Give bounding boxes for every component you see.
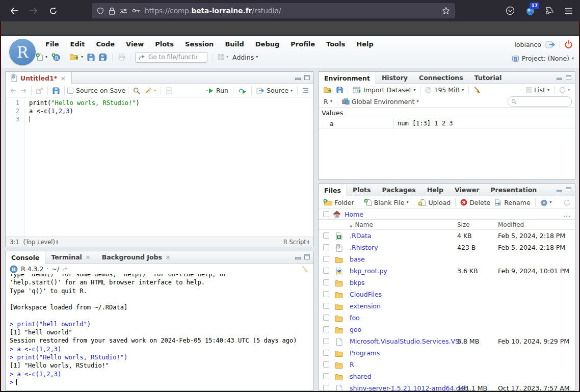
scope-selector[interactable]: (Top Level) [23, 239, 59, 246]
column-header-size[interactable]: Size [457, 221, 470, 228]
menu-help[interactable]: Help [351, 39, 379, 49]
file-type-selector[interactable]: R Script [283, 239, 309, 246]
menu-view[interactable]: View [120, 39, 149, 49]
files-tab-help[interactable]: Help [421, 184, 449, 196]
menu-plots[interactable]: Plots [149, 39, 179, 49]
key-icon[interactable] [132, 8, 140, 14]
refresh-environment-button[interactable]: ▾ [557, 86, 572, 94]
console-tab-terminal[interactable]: Terminal [45, 251, 96, 263]
file-checkbox[interactable] [323, 350, 329, 356]
select-all-checkbox[interactable] [323, 211, 329, 217]
delete-button[interactable]: Delete [458, 198, 492, 207]
console-tab-console[interactable]: Console [6, 251, 45, 264]
environment-tab-history[interactable]: History [376, 72, 413, 84]
close-icon[interactable] [165, 253, 171, 261]
file-checkbox[interactable] [323, 256, 329, 262]
file-checkbox[interactable] [323, 291, 329, 297]
home-icon[interactable] [333, 211, 341, 218]
files-tab-plots[interactable]: Plots [347, 184, 376, 196]
file-row[interactable]: foo [319, 312, 575, 324]
sign-out-icon[interactable] [545, 41, 556, 48]
permissions-icon[interactable] [120, 8, 127, 14]
quit-session-power-icon[interactable] [564, 40, 573, 49]
find-button[interactable] [131, 86, 142, 95]
environment-search-box[interactable] [508, 96, 572, 107]
breadcrumb-home-link[interactable]: Home [345, 211, 363, 218]
file-checkbox[interactable] [323, 338, 329, 344]
files-tab-packages[interactable]: Packages [376, 184, 421, 196]
reload-button[interactable] [46, 4, 60, 18]
file-row[interactable]: R [319, 359, 575, 371]
clear-environment-button[interactable] [471, 85, 484, 95]
files-tab-presentation[interactable]: Presentation [485, 184, 542, 196]
new-file-button[interactable]: ▾ [34, 52, 49, 62]
file-row[interactable]: goo [319, 324, 575, 335]
file-row[interactable]: Microsoft.VisualStudio.Services.VSI...5.… [319, 335, 575, 347]
file-checkbox[interactable] [323, 361, 329, 368]
source-on-save-checkbox[interactable] [67, 88, 73, 94]
compile-report-button[interactable] [164, 86, 174, 95]
file-checkbox[interactable] [323, 232, 329, 239]
environment-tab-tutorial[interactable]: Tutorial [469, 72, 508, 84]
maximize-icon[interactable] [566, 187, 571, 192]
file-row[interactable]: CloudFiles [319, 289, 575, 300]
file-row[interactable]: bkps [319, 277, 575, 289]
file-name[interactable]: bkp_root.py [350, 267, 387, 275]
file-name[interactable]: bkps [350, 279, 365, 286]
file-name[interactable]: extension [350, 302, 381, 310]
source-tab-untitled1[interactable]: R Untitled1* [6, 72, 72, 84]
save-button[interactable] [85, 53, 97, 62]
menu-profile[interactable]: Profile [285, 39, 321, 49]
environment-tab-environment[interactable]: Environment [319, 72, 376, 84]
run-button[interactable]: Run [203, 86, 230, 95]
forward-button[interactable] [27, 4, 41, 18]
menu-build[interactable]: Build [219, 39, 249, 49]
close-icon[interactable] [85, 253, 91, 261]
file-name[interactable]: .Rhistory [350, 244, 378, 251]
maximize-icon[interactable] [304, 75, 310, 80]
save-source-button[interactable] [50, 86, 62, 95]
open-in-window-button[interactable] [34, 87, 45, 95]
menu-session[interactable]: Session [179, 39, 219, 49]
file-row[interactable]: shiny-server-1.5.21.1012-amd64.deb101.1 … [319, 382, 575, 390]
environment-row[interactable]: anum [1:3] 1 2 3 [319, 118, 575, 129]
pocket-icon[interactable] [506, 6, 515, 15]
menu-edit[interactable]: Edit [65, 39, 91, 49]
upload-button[interactable]: Upload [416, 198, 453, 207]
url-bar[interactable]: https://comp.beta-lorraine.fr/rstudio/ [92, 3, 455, 18]
new-project-button[interactable]: R [49, 52, 62, 62]
addins-button[interactable]: Addins ▾ [230, 53, 260, 62]
console-tab-background-jobs[interactable]: Background Jobs [96, 251, 176, 263]
file-name[interactable]: base [350, 255, 365, 263]
file-row[interactable]: R.RData4 KBFeb 5, 2024, 2:18 PM [319, 230, 575, 242]
puzzle-extensions-icon[interactable] [546, 7, 554, 15]
lock-icon[interactable] [109, 7, 115, 15]
breadcrumb-more-button[interactable]: ... [563, 211, 571, 218]
console-output[interactable]: Type 'demo()' for some demos, 'help()' f… [6, 274, 313, 390]
source-button[interactable]: Source ▾ [254, 86, 295, 95]
file-checkbox[interactable] [323, 279, 329, 285]
rerun-button[interactable] [236, 87, 249, 95]
maximize-icon[interactable] [566, 75, 571, 80]
file-row[interactable]: bkp_root.py3.6 KBFeb 9, 2024, 10:01 PM [319, 265, 575, 277]
code-editor[interactable]: 123 print("Hello worls, RStudio!")a <-c(… [6, 97, 313, 237]
print-button[interactable] [115, 53, 127, 62]
goto-file-input[interactable] [147, 53, 198, 61]
file-checkbox[interactable] [323, 268, 329, 274]
file-row[interactable]: Programs [319, 347, 575, 359]
maximize-icon[interactable] [304, 254, 310, 259]
file-checkbox[interactable] [323, 244, 329, 250]
goto-file-box[interactable] [135, 52, 207, 63]
memory-usage-button[interactable]: 195 MiB ▾ [423, 85, 466, 95]
file-checkbox[interactable] [323, 303, 329, 309]
environment-search-input[interactable] [519, 97, 565, 106]
file-name[interactable]: R [350, 361, 354, 369]
menu-file[interactable]: File [40, 39, 65, 49]
import-dataset-button[interactable]: Import Dataset ▾ [351, 85, 417, 95]
minimize-icon[interactable] [295, 75, 301, 80]
view-mode-button[interactable]: List ▾ [523, 85, 551, 95]
file-checkbox[interactable] [323, 326, 329, 332]
nav-forward-button[interactable] [18, 87, 29, 94]
file-checkbox[interactable] [323, 385, 329, 390]
menu-debug[interactable]: Debug [250, 39, 285, 49]
